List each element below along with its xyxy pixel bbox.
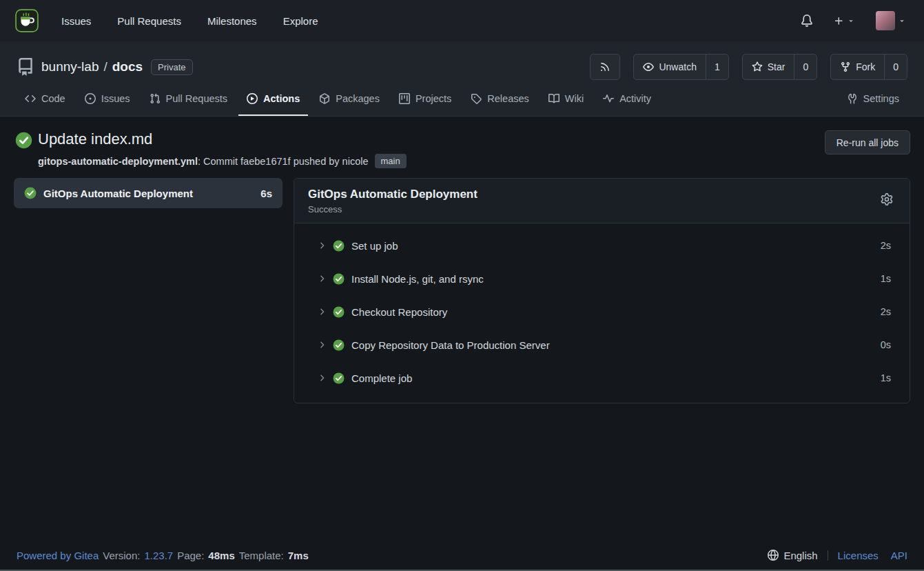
tab-code[interactable]: Code [17, 84, 74, 116]
navbar-right [794, 7, 913, 34]
job-name: GitOps Automatic Deployment [43, 188, 193, 199]
actions-run-page: Update index.md gitops-automatic-deploym… [0, 117, 924, 403]
job-detail-panel: GitOps Automatic Deployment Success Set … [294, 178, 910, 403]
workflow-file-link[interactable]: gitops-automatic-deployment.yml [38, 156, 198, 167]
api-link[interactable]: API [891, 550, 907, 561]
repo-header: bunny-lab / docs Private Unwatch 1 [0, 41, 924, 117]
nav-issues-label: Issues [61, 15, 91, 27]
run-text: Update index.md gitops-automatic-deploym… [38, 130, 407, 168]
licenses-link[interactable]: Licenses [838, 550, 879, 561]
tab-releases[interactable]: Releases [462, 84, 537, 116]
play-circle-icon [247, 93, 258, 104]
nav-milestones-label: Milestones [207, 15, 257, 27]
tab-packages-label: Packages [336, 93, 380, 104]
tab-actions[interactable]: Actions [238, 84, 308, 116]
template-label: Template: [239, 550, 284, 561]
stars-count[interactable]: 0 [794, 54, 817, 79]
nav-pull-requests[interactable]: Pull Requests [104, 0, 194, 41]
step-row[interactable]: Checkout Repository 2s [294, 295, 910, 328]
chevron-right-icon [317, 307, 327, 317]
unwatch-label: Unwatch [659, 61, 696, 72]
nav-milestones[interactable]: Milestones [194, 0, 270, 41]
nav-issues[interactable]: Issues [48, 0, 104, 41]
job-detail-titles: GitOps Automatic Deployment Success [308, 188, 478, 214]
gear-icon [881, 193, 893, 206]
star-button-group: Star 0 [742, 54, 817, 80]
job-detail-header: GitOps Automatic Deployment Success [294, 179, 910, 223]
step-row[interactable]: Install Node.js, git, and rsync 1s [294, 262, 910, 295]
unwatch-button[interactable]: Unwatch [634, 54, 705, 79]
star-button[interactable]: Star [743, 54, 794, 79]
package-icon [319, 93, 330, 104]
job-detail-title: GitOps Automatic Deployment [308, 188, 478, 201]
job-list-item[interactable]: GitOps Automatic Deployment 6s [14, 178, 283, 208]
version-label: Version: [103, 550, 140, 561]
job-list: GitOps Automatic Deployment 6s [14, 178, 283, 208]
chevron-right-icon [317, 373, 327, 383]
step-row[interactable]: Complete job 1s [294, 361, 910, 394]
fork-button[interactable]: Fork [831, 54, 884, 79]
success-check-icon [333, 240, 345, 252]
tab-pull-requests-label: Pull Requests [166, 93, 227, 104]
user-menu-button[interactable] [869, 7, 913, 34]
bell-icon [801, 14, 813, 27]
powered-by-link[interactable]: Powered by Gitea [17, 550, 99, 561]
watchers-count[interactable]: 1 [706, 54, 728, 79]
step-row[interactable]: Copy Repository Data to Production Serve… [294, 328, 910, 361]
tab-issues[interactable]: Issues [76, 84, 138, 116]
tab-activity[interactable]: Activity [595, 84, 659, 116]
notifications-button[interactable] [794, 10, 820, 31]
visibility-badge: Private [151, 59, 192, 75]
step-name: Set up job [351, 240, 398, 252]
step-duration: 2s [881, 306, 891, 317]
repo-title-row: bunny-lab / docs Private Unwatch 1 [17, 52, 907, 81]
create-new-button[interactable] [827, 12, 862, 30]
fork-button-group: Fork 0 [830, 54, 907, 80]
job-options-button[interactable] [878, 190, 896, 208]
repo-name-link[interactable]: docs [112, 59, 143, 74]
watch-button-group: Unwatch 1 [633, 54, 728, 80]
version-link[interactable]: 1.23.7 [144, 550, 173, 561]
tab-wiki[interactable]: Wiki [540, 84, 592, 116]
step-row[interactable]: Set up job 2s [294, 229, 910, 262]
tab-settings[interactable]: Settings [839, 84, 907, 116]
step-name: Complete job [351, 372, 412, 384]
pull-request-icon [150, 93, 161, 104]
step-duration: 2s [881, 240, 891, 251]
branch-badge[interactable]: main [375, 154, 407, 168]
fork-icon [840, 61, 851, 72]
rss-icon [599, 61, 610, 72]
home-link[interactable] [11, 9, 48, 32]
globe-icon [768, 550, 779, 561]
step-duration: 0s [881, 339, 891, 350]
gitea-logo-icon [15, 9, 39, 32]
pulse-icon [603, 93, 614, 104]
page-label: Page: [177, 550, 204, 561]
forks-count[interactable]: 0 [884, 54, 907, 79]
run-title: Update index.md [38, 130, 407, 148]
success-check-icon [333, 306, 345, 318]
nav-explore[interactable]: Explore [270, 0, 331, 41]
project-icon [399, 93, 410, 104]
tab-issues-label: Issues [101, 93, 130, 104]
tab-packages[interactable]: Packages [311, 84, 388, 116]
rerun-all-jobs-button[interactable]: Re-run all jobs [825, 130, 910, 154]
step-name: Checkout Repository [351, 306, 447, 318]
job-duration: 6s [260, 188, 272, 199]
tab-projects[interactable]: Projects [391, 84, 460, 116]
repo-separator: / [103, 59, 107, 74]
tab-wiki-label: Wiki [565, 93, 584, 104]
star-icon [752, 61, 763, 72]
run-body: GitOps Automatic Deployment 6s GitOps Au… [0, 177, 924, 403]
tab-activity-label: Activity [619, 93, 651, 104]
tab-projects-label: Projects [415, 93, 451, 104]
rss-button[interactable] [590, 54, 620, 80]
language-selector[interactable]: English [768, 550, 817, 561]
repo-owner-link[interactable]: bunny-lab [41, 59, 99, 74]
chevron-right-icon [317, 241, 327, 250]
footer: Powered by Gitea Version: 1.23.7 Page: 4… [0, 541, 924, 571]
fork-label: Fork [856, 61, 875, 72]
success-check-icon [333, 372, 345, 384]
tab-pull-requests[interactable]: Pull Requests [141, 84, 236, 116]
template-time: 7ms [288, 550, 309, 561]
